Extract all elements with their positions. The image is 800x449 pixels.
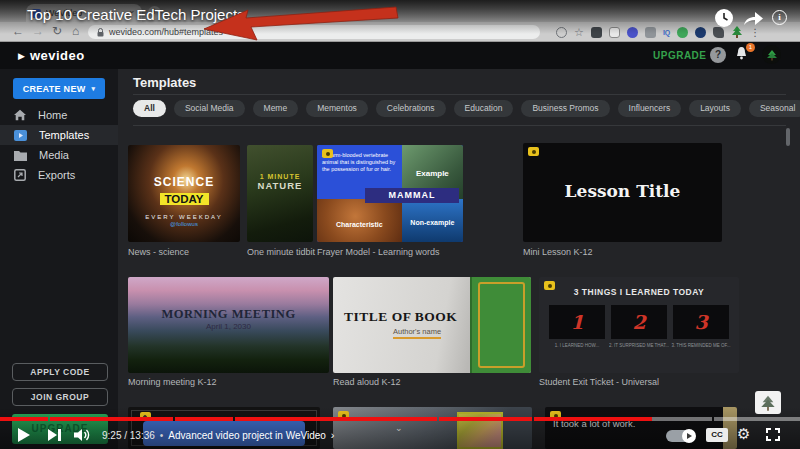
info-icon[interactable]: i — [772, 10, 787, 25]
chip-layouts[interactable]: Layouts — [689, 100, 741, 117]
header-upgrade-link[interactable]: UPGRADE — [653, 50, 707, 61]
exit-number: 1 — [549, 305, 605, 339]
settings-gear-icon[interactable]: ⚙ — [737, 425, 750, 443]
user-avatar[interactable] — [762, 45, 781, 64]
card-text: 3 THINGS I LEARNED TODAY — [539, 287, 739, 297]
chip-influencers[interactable]: Influencers — [618, 100, 682, 117]
sidebar-item-exports[interactable]: Exports — [0, 165, 118, 185]
chevron-down-icon: ▾ — [92, 85, 96, 93]
chip-all[interactable]: All — [133, 100, 166, 117]
templates-content: Templates All Social Media Meme Mementos… — [118, 69, 800, 449]
join-group-button[interactable]: JOIN GROUP — [12, 388, 108, 406]
create-new-label: CREATE NEW — [23, 84, 86, 94]
reload-icon[interactable]: ↻ — [52, 24, 62, 38]
exit-caption: 3. THIS REMINDED ME OF... — [671, 343, 731, 348]
chip-business-promos[interactable]: Business Promos — [521, 100, 609, 117]
bookmark-star-icon[interactable]: ☆ — [574, 27, 584, 38]
chip-education[interactable]: Education — [454, 100, 514, 117]
scrollbar-thumb[interactable] — [786, 128, 790, 146]
create-new-button[interactable]: CREATE NEW ▾ — [13, 78, 105, 99]
template-card-exit-ticket[interactable]: 3 THINGS I LEARNED TODAY 1 2 3 1. I LEAR… — [539, 277, 739, 373]
frayer-non-example: Non-example — [402, 199, 463, 242]
card-text: SCIENCE — [128, 175, 240, 189]
annotation-arrow — [198, 2, 400, 44]
home-icon — [14, 109, 26, 121]
category-chips: All Social Media Meme Mementos Celebrati… — [133, 100, 800, 117]
template-card-news-science[interactable]: SCIENCE TODAY EVERY WEEKDAY @followus — [128, 145, 240, 242]
sidebar-item-label: Media — [39, 149, 69, 161]
card-label: One minute tidbit — [247, 247, 315, 257]
chip-social-media[interactable]: Social Media — [174, 100, 245, 117]
time-display: 9:25 / 13:36 • Advanced video project in… — [102, 429, 335, 441]
download-icon[interactable] — [556, 27, 567, 38]
exports-icon — [14, 169, 26, 181]
chip-celebrations[interactable]: Celebrations — [376, 100, 446, 117]
sidebar-item-label: Templates — [39, 129, 89, 141]
divider — [133, 94, 786, 95]
template-card-one-minute-tidbit[interactable]: 1 MINUTE NATURE — [247, 145, 313, 242]
sidebar-item-home[interactable]: Home — [0, 105, 118, 125]
watch-later-icon[interactable] — [715, 9, 733, 31]
card-text: TITLE OF BOOK — [344, 309, 514, 325]
extension-icon[interactable] — [627, 27, 638, 38]
extension-icon[interactable] — [695, 27, 706, 38]
sidebar: CREATE NEW ▾ Home Templates Media Export… — [0, 69, 118, 449]
frayer-characteristic: Characteristic — [317, 199, 402, 242]
wevideo-app: ▶ wevideo UPGRADE ? 1 CREATE NEW ▾ Home — [0, 42, 800, 449]
sidebar-item-media[interactable]: Media — [0, 145, 118, 165]
apply-code-button[interactable]: APPLY CODE — [12, 363, 108, 381]
exit-caption: 1. I LEARNED HOW... — [547, 343, 607, 348]
book-cover — [470, 277, 531, 373]
help-icon[interactable]: ? — [710, 47, 726, 63]
notifications-bell-icon[interactable]: 1 — [735, 46, 751, 62]
extension-icon[interactable] — [591, 27, 602, 38]
separator-dot: • — [160, 430, 164, 441]
extension-icon[interactable] — [609, 27, 620, 38]
extension-icon[interactable] — [645, 27, 656, 38]
exit-number: 2 — [611, 305, 667, 339]
card-text: April 1, 2030 — [128, 322, 329, 331]
card-text: 1 MINUTE — [247, 173, 313, 180]
card-label: Morning meeting K-12 — [128, 377, 217, 387]
channel-watermark[interactable] — [755, 391, 781, 414]
template-card-morning-meeting[interactable]: MORNING MEETING April 1, 2030 — [128, 277, 329, 373]
card-text: Author's name — [393, 327, 441, 339]
chapter-title[interactable]: Advanced video project in WeVideo — [168, 430, 326, 441]
card-text: MORNING MEETING — [128, 307, 329, 322]
template-card-frayer-model[interactable]: A warm-blooded vertebrate animal that is… — [317, 145, 463, 242]
volume-icon[interactable] — [74, 428, 92, 446]
extension-icon[interactable] — [677, 27, 688, 38]
home-icon[interactable]: ⌂ — [72, 24, 79, 38]
chip-seasonal[interactable]: Seasonal — [749, 100, 800, 117]
back-icon[interactable]: ← — [12, 24, 24, 38]
captions-button[interactable]: CC — [706, 428, 728, 442]
sidebar-item-label: Exports — [38, 169, 75, 181]
card-text: NATURE — [247, 180, 313, 191]
divider — [133, 125, 786, 126]
forward-icon[interactable]: → — [32, 24, 44, 38]
fullscreen-icon[interactable] — [766, 428, 780, 441]
chapter-chevron-icon[interactable]: › — [331, 429, 335, 441]
template-card-read-aloud[interactable]: TITLE OF BOOK Author's name — [333, 277, 531, 373]
lock-icon — [97, 28, 104, 37]
chip-mementos[interactable]: Mementos — [306, 100, 368, 117]
video-controls: 9:25 / 13:36 • Advanced video project in… — [0, 421, 800, 449]
card-text: TODAY — [160, 193, 209, 205]
brand-name: wevideo — [30, 48, 85, 63]
frayer-word: MAMMAL — [365, 188, 458, 203]
card-label: News - science — [128, 247, 189, 257]
chip-meme[interactable]: Meme — [253, 100, 299, 117]
sidebar-item-templates[interactable]: Templates — [0, 125, 118, 145]
video-frame: WeVideo ⌄ + ← → ↻ ⌂ wevideo.com/hub#temp… — [0, 0, 800, 449]
card-text: @followus — [128, 221, 240, 227]
share-icon[interactable] — [742, 9, 764, 30]
card-text: Lesson Title — [523, 181, 722, 201]
template-badge-icon — [528, 147, 539, 156]
autoplay-toggle[interactable] — [666, 430, 694, 442]
wevideo-logo[interactable]: ▶ wevideo — [18, 48, 85, 63]
extension-iq-icon[interactable]: IQ — [663, 29, 670, 36]
play-icon[interactable] — [18, 428, 30, 442]
card-label: Student Exit Ticket - Universal — [539, 377, 659, 387]
current-time: 9:25 / 13:36 — [102, 430, 155, 441]
template-card-mini-lesson[interactable]: Lesson Title — [523, 143, 722, 242]
